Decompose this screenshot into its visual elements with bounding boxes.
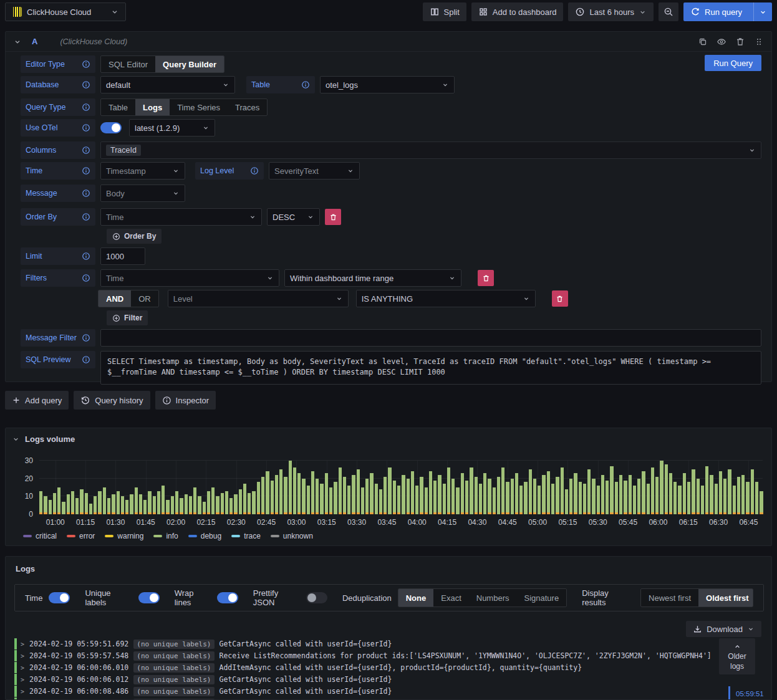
wrap-lines-toggle[interactable] [217,592,238,603]
conjunction-or[interactable]: OR [131,290,158,307]
collapse-chevron-icon[interactable] [13,37,22,46]
run-query-split-button[interactable]: Run query [683,2,772,21]
editor-type-query-builder[interactable]: Query Builder [155,56,224,72]
query-history-button[interactable]: Query history [74,391,150,410]
limit-input[interactable] [100,247,145,265]
time-range-picker[interactable]: Last 6 hours [568,2,654,21]
info-icon[interactable] [82,123,90,132]
query-header: A (ClickHouse Cloud) [6,32,771,52]
use-otel-toggle[interactable] [100,122,122,133]
dedup-none[interactable]: None [398,589,434,607]
query-type-traces[interactable]: Traces [228,99,267,115]
filter-field-select[interactable]: Time [100,269,279,287]
log-row[interactable]: >2024-02-19 06:00:06.012(no unique label… [14,674,728,685]
columns-multiselect[interactable]: TraceId [100,141,761,159]
remove-filter-button[interactable] [478,270,494,286]
legend-item-critical[interactable]: critical [23,532,57,540]
info-icon[interactable] [82,60,90,69]
expand-chevron-icon[interactable]: > [21,641,24,648]
time-toggle[interactable] [49,592,70,603]
split-button[interactable]: Split [423,2,466,21]
expand-chevron-icon[interactable]: > [21,676,24,683]
display-newest-first[interactable]: Newest first [641,589,698,607]
info-icon[interactable] [82,166,90,175]
sql-preview-label-text: SQL Preview [26,355,70,364]
expand-chevron-icon[interactable]: > [21,664,24,671]
message-column-select[interactable]: Body [100,185,185,202]
legend-item-warning[interactable]: warning [105,532,143,540]
expand-chevron-icon[interactable]: > [21,653,24,659]
legend-item-unknown[interactable]: unknown [271,532,313,540]
info-icon[interactable] [82,146,90,155]
add-query-button[interactable]: Add query [5,391,69,410]
order-by-direction-select[interactable]: DESC [267,208,320,226]
add-filter-button[interactable]: Filter [107,310,148,325]
query-ref-id[interactable]: A [32,37,37,46]
log-row[interactable]: >2024-02-19 06:00:18.663(no unique label… [14,698,728,700]
use-otel-label: Use OTel [21,119,95,137]
run-query-main[interactable]: Run query [683,2,749,21]
order-by-field-select[interactable]: Time [100,208,262,226]
legend-item-trace[interactable]: trace [231,532,261,540]
hide-query-eye-icon[interactable] [717,37,726,47]
duplicate-query-icon[interactable] [698,37,708,47]
add-order-by-button[interactable]: Order By [107,229,162,244]
filter2-field-select[interactable]: Level [168,290,349,307]
expand-chevron-icon[interactable]: > [21,688,24,695]
remove-filter2-button[interactable] [552,290,568,307]
drag-handle-icon[interactable] [754,37,764,47]
log-row[interactable]: >2024-02-19 06:00:08.486(no unique label… [14,686,728,697]
legend-item-error[interactable]: error [67,532,95,540]
info-icon[interactable] [82,189,90,198]
log-row[interactable]: >2024-02-19 06:00:06.010(no unique label… [14,662,728,673]
inspector-button[interactable]: Inspector [155,391,216,410]
editor-type-sql-editor[interactable]: SQL Editor [101,56,155,72]
query-type-logs[interactable]: Logs [135,99,170,115]
legend-item-debug[interactable]: debug [188,532,221,540]
prettify-json-toggle[interactable] [306,592,327,603]
filter-operator-select[interactable]: Within dashboard time range [284,269,461,287]
column-tag[interactable]: TraceId [106,145,141,156]
scroll-time-label: 05:59:51 [736,690,764,698]
zoom-out-button[interactable] [659,2,678,21]
info-icon[interactable] [82,103,90,112]
delete-query-trash-icon[interactable] [735,37,745,47]
dedup-signature[interactable]: Signature [517,589,567,607]
x-tick-label: 06:45 [739,518,758,527]
filter2-operator-select[interactable]: IS ANYTHING [356,290,536,307]
log-row[interactable]: >2024-02-19 05:59:51.692(no unique label… [14,638,728,650]
download-button[interactable]: Download [686,621,761,637]
log-row[interactable]: >2024-02-19 05:59:57.548(no unique label… [14,650,728,661]
log-labels-badge: (no unique labels) [133,663,214,673]
remove-order-by-button[interactable] [325,209,341,225]
dedup-exact[interactable]: Exact [433,589,469,607]
log-level-column-select[interactable]: SeverityText [269,162,360,180]
info-icon[interactable] [301,80,310,89]
add-to-dashboard-button[interactable]: Add to dashboard [471,2,564,21]
volume-bar [62,461,65,514]
run-query-caret[interactable] [753,2,772,21]
time-column-select[interactable]: Timestamp [100,162,185,180]
info-icon[interactable] [82,333,90,342]
dedup-numbers[interactable]: Numbers [469,589,517,607]
conjunction-and[interactable]: AND [99,290,131,307]
query-type-table[interactable]: Table [101,99,135,115]
unique-labels-toggle[interactable] [138,592,160,603]
info-icon[interactable] [82,252,90,261]
legend-item-info[interactable]: info [153,532,178,540]
info-icon[interactable] [82,355,90,364]
datasource-picker[interactable]: ClickHouse Cloud [5,2,126,21]
info-icon[interactable] [82,213,90,221]
table-select[interactable]: otel_logs [320,76,455,93]
info-icon[interactable] [82,274,90,282]
x-tick-label: 02:45 [257,518,276,527]
otel-version-select[interactable]: latest (1.2.9) [129,119,215,137]
message-filter-input[interactable] [100,329,761,347]
database-select[interactable]: default [100,76,235,93]
display-oldest-first[interactable]: Oldest first [698,589,753,607]
query-type-time-series[interactable]: Time Series [170,99,228,115]
collapse-chevron-icon[interactable] [12,435,20,443]
older-logs-button[interactable]: Older logs [719,638,755,674]
info-icon[interactable] [250,166,259,175]
info-icon[interactable] [82,80,90,89]
